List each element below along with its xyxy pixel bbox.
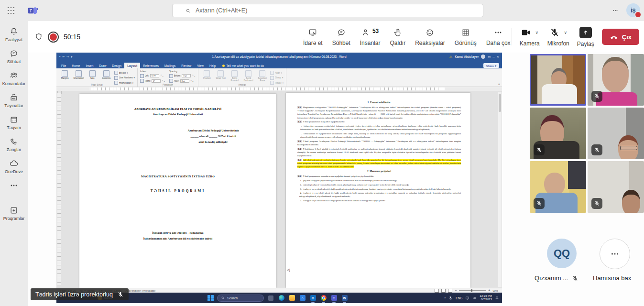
- participant-video-tile[interactable]: [530, 161, 586, 213]
- ellipsis-icon: [493, 28, 503, 37]
- more-actions-button[interactable]: Daha çox: [482, 26, 514, 48]
- zoom-in-icon: +: [488, 289, 490, 292]
- recording-indicator-icon: [48, 32, 59, 43]
- tray-speaker-icon: [472, 296, 477, 300]
- reactions-button[interactable]: Reaksiyalar: [411, 26, 449, 48]
- tab-draw: Draw: [96, 63, 109, 68]
- meeting-toolbar: 50:15 İdarə et Söhbət 53 İnsanlar Qaldır…: [28, 21, 644, 53]
- search-bar[interactable]: Axtarın (Ctrl+Alt+E): [172, 4, 483, 17]
- ribbon-button-breaks: Breaks ▾: [114, 71, 135, 75]
- mic-muted-icon: [549, 27, 560, 38]
- titlebar-more-options-icon[interactable]: [611, 7, 621, 14]
- sidebar-item-activity[interactable]: Fəaliyyət: [5, 27, 22, 42]
- person-icon: [361, 28, 371, 37]
- participant-count: 53: [372, 28, 379, 34]
- plus-square-icon: [9, 206, 19, 215]
- print-layout-icon: [441, 289, 446, 293]
- spacing-after-field: After:8 pt⌃⌄: [169, 79, 196, 83]
- mic-muted-icon: [117, 291, 124, 298]
- word-share-button: Share ▾: [483, 63, 499, 68]
- status-accessibility: Accessibility: Investigate: [126, 289, 156, 292]
- backpack-icon: [9, 93, 19, 102]
- people-button[interactable]: 53 İnsanlar: [356, 26, 384, 48]
- overflow-participant-avatar[interactable]: QQ: [547, 239, 577, 268]
- smiley-icon: [425, 28, 435, 37]
- view-all-button[interactable]: [600, 239, 630, 269]
- ribbon-button-selection-pane: Selection Pane: [256, 69, 268, 83]
- doc-numbered-item: 1.peşəkar fəaliyyəti çərçivəsində gözlən…: [297, 179, 461, 182]
- lightbulb-icon: [222, 65, 225, 67]
- outlook-icon: O: [309, 295, 317, 302]
- sidebar-item-chat[interactable]: Söhbət: [7, 49, 21, 64]
- ribbon-button-line-numbers: Line Numbers ▾: [114, 76, 135, 80]
- participant-video-tile[interactable]: [530, 54, 586, 106]
- view-button[interactable]: Görünüş: [451, 26, 480, 48]
- sidebar-item-more[interactable]: [9, 181, 19, 190]
- doc-section-heading: 1. Ümumi müddəalar: [297, 101, 461, 104]
- doc-specialisation-name: İxtisaslaşmanın adı: Azərbaycan dili və …: [79, 237, 276, 240]
- ribbon-button-group: Group ▾: [270, 76, 284, 80]
- doc-heading-level: MAGİSTRATURA SƏVİYYƏSİNİN İXTİSAS ÜZRƏ: [79, 175, 276, 178]
- doc-paragraph: 1.2Təhsil proqramının məqsədləri aşağıda…: [297, 120, 461, 123]
- participant-video-tile[interactable]: [588, 161, 644, 213]
- zoom-level: 90%: [492, 289, 498, 292]
- doc-numbered-item: 2.müvafiq fəaliyyət və metodları təklif …: [297, 183, 461, 186]
- user-avatar[interactable]: İŞ: [626, 3, 640, 17]
- ribbon-button-margins: Margins: [59, 69, 71, 83]
- doc-numbered-item: 3.fəaliyyət və ya təhsil sahəsi ilə bağl…: [297, 187, 461, 191]
- doc-paragraph: 1.1Magistratura səviyyəsinin “7001001-Pe…: [297, 106, 461, 120]
- teams-logo-icon[interactable]: [27, 5, 39, 17]
- tab-view: View: [194, 63, 207, 68]
- doc-paragraph: 1.4Təhsilalanın 5 (beş) günlük iş rejimi…: [297, 147, 461, 158]
- document-scrollbar: [498, 92, 502, 287]
- sidebar-item-calls[interactable]: Zənglər: [7, 137, 22, 152]
- raise-hand-button[interactable]: Qaldır: [386, 26, 409, 48]
- microphone-button[interactable]: ∨ Mikrofon: [547, 27, 569, 47]
- share-button[interactable]: Paylaş: [577, 27, 594, 47]
- ribbon-group-paragraph: Indent Left:0.79⌃⌄ Right:0"⌃⌄ Spacing Be…: [138, 68, 198, 87]
- sidebar-item-calendar[interactable]: Təqvim: [7, 115, 21, 130]
- tray-language: ENG: [456, 296, 462, 300]
- taskbar-search: Search: [217, 295, 264, 302]
- doc-university-line: Azərbaycan Dövlət Pedaqoji Universiteti: [79, 113, 276, 116]
- mic-muted-badge: [534, 198, 545, 209]
- screen-cursor-icon: [308, 28, 317, 37]
- sidebar-item-teams[interactable]: Komandalar: [2, 71, 26, 86]
- tray-mic-muted-icon: [448, 296, 453, 300]
- chevron-down-icon[interactable]: ∨: [564, 30, 567, 35]
- sidebar-item-onedrive[interactable]: OneDrive: [5, 159, 23, 174]
- leave-button[interactable]: Çıx: [602, 29, 639, 45]
- mic-muted-icon: [572, 275, 579, 282]
- sidebar-item-assignments[interactable]: Təyinatlar: [4, 93, 23, 108]
- sidebar-item-apps[interactable]: Proqramlar: [3, 206, 25, 221]
- participant-video-tile[interactable]: [530, 108, 586, 159]
- participant-video-tile[interactable]: [588, 54, 644, 106]
- chevron-down-icon[interactable]: ∨: [535, 30, 538, 35]
- camera-button[interactable]: ∨ Kamera: [520, 27, 540, 47]
- app-launcher-waffle-icon[interactable]: [7, 6, 15, 14]
- edge-icon: [278, 295, 285, 302]
- word-taskbar-icon: W: [341, 295, 348, 302]
- quick-access-toolbar: ▪↶↷▾: [56, 55, 75, 58]
- participant-video-tile[interactable]: [588, 108, 644, 159]
- presence-busy-dot: [634, 11, 642, 18]
- teams-meeting-window: { "app": { "search_placeholder": "Axtarı…: [0, 0, 644, 306]
- taskbar-tray: ^ ENG 12:23 PM8/7/2023: [444, 293, 499, 303]
- ribbon-button-size: Size: [87, 69, 98, 83]
- mic-muted-badge: [591, 91, 602, 102]
- teams-taskbar-icon: T: [330, 295, 338, 302]
- manage-button[interactable]: İdarə et: [299, 26, 327, 48]
- zoom-slider: [459, 290, 486, 291]
- window-controls: ▭ ─ ✕: [488, 55, 500, 59]
- app-sidebar: Fəaliyyət Söhbət Komandalar Təyinatlar T…: [0, 21, 28, 306]
- grid-icon: [461, 28, 470, 37]
- mic-muted-badge: [591, 198, 602, 209]
- indent-right-field: Right:0"⌃⌄: [140, 79, 165, 83]
- shield-icon: [34, 33, 43, 41]
- chat-button[interactable]: Söhbət: [328, 26, 354, 48]
- view-all-label[interactable]: Hamısına bax: [593, 274, 631, 282]
- people-group-icon: [9, 71, 19, 80]
- camera-on-icon: [521, 27, 531, 38]
- warning-icon: ⚠: [449, 55, 452, 59]
- shared-screen-region[interactable]: ▪↶↷▾ 1 Azərbaycan dili və ədəbiyyatın tə…: [56, 53, 502, 303]
